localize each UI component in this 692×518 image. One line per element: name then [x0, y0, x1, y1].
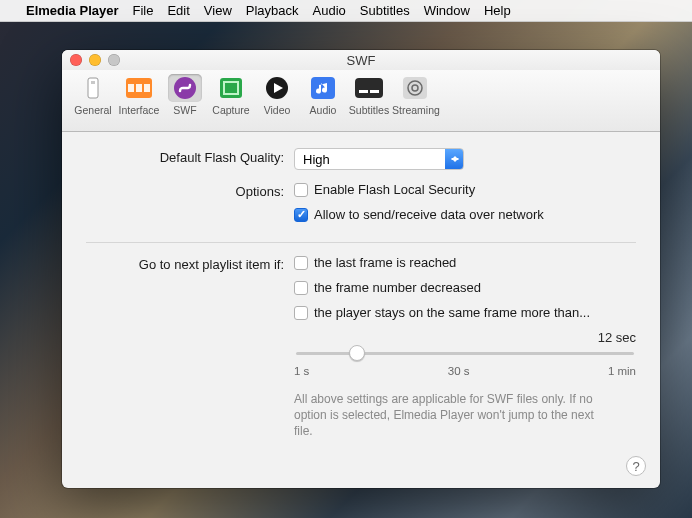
- checkbox-icon: [294, 306, 308, 320]
- tab-label: Streaming: [392, 104, 438, 116]
- tab-capture[interactable]: Capture: [208, 74, 254, 116]
- checkbox-flash-local-security[interactable]: Enable Flash Local Security: [294, 182, 636, 197]
- app-menu[interactable]: Elmedia Player: [26, 3, 119, 18]
- checkbox-icon: [294, 183, 308, 197]
- slider-thumb[interactable]: [349, 345, 365, 361]
- svg-rect-5: [144, 84, 150, 92]
- tab-streaming[interactable]: Streaming: [392, 74, 438, 116]
- tick-label: 30 s: [448, 365, 470, 377]
- tab-label: Capture: [208, 104, 254, 116]
- svg-rect-14: [370, 90, 379, 93]
- zoom-icon[interactable]: [108, 54, 120, 66]
- checkbox-label: Enable Flash Local Security: [314, 182, 475, 197]
- tab-label: Subtitles: [346, 104, 392, 116]
- preferences-content: Default Flash Quality: High Options: Ena…: [62, 132, 660, 488]
- interface-icon: [122, 74, 156, 102]
- minimize-icon[interactable]: [89, 54, 101, 66]
- svg-rect-1: [91, 81, 95, 84]
- checkbox-last-frame[interactable]: the last frame is reached: [294, 255, 636, 270]
- menu-window[interactable]: Window: [424, 3, 470, 18]
- playlist-label: Go to next playlist item if:: [86, 255, 294, 272]
- slider-ticks: 1 s 30 s 1 min: [294, 365, 636, 377]
- preferences-toolbar: General Interface SWF Capture Video: [62, 70, 660, 132]
- menu-help[interactable]: Help: [484, 3, 511, 18]
- checkbox-icon: [294, 208, 308, 222]
- audio-icon: [306, 74, 340, 102]
- swf-icon: [168, 74, 202, 102]
- checkbox-label: the player stays on the same frame more …: [314, 305, 590, 320]
- preferences-window: SWF General Interface SWF Capture: [62, 50, 660, 488]
- window-title: SWF: [62, 53, 660, 68]
- quality-label: Default Flash Quality:: [86, 148, 294, 165]
- tab-label: SWF: [162, 104, 208, 116]
- tab-label: General: [70, 104, 116, 116]
- checkbox-same-frame[interactable]: the player stays on the same frame more …: [294, 305, 636, 320]
- capture-icon: [214, 74, 248, 102]
- streaming-icon: [398, 74, 432, 102]
- tab-label: Audio: [300, 104, 346, 116]
- quality-select[interactable]: High: [294, 148, 464, 170]
- tab-swf[interactable]: SWF: [162, 74, 208, 116]
- tab-video[interactable]: Video: [254, 74, 300, 116]
- tab-general[interactable]: General: [70, 74, 116, 116]
- menu-file[interactable]: File: [133, 3, 154, 18]
- tick-label: 1 s: [294, 365, 309, 377]
- options-label: Options:: [86, 182, 294, 199]
- checkbox-frame-decreased[interactable]: the frame number decreased: [294, 280, 636, 295]
- checkbox-label: the last frame is reached: [314, 255, 456, 270]
- svg-rect-4: [136, 84, 142, 92]
- checkbox-label: the frame number decreased: [314, 280, 481, 295]
- menu-audio[interactable]: Audio: [313, 3, 346, 18]
- svg-rect-11: [311, 77, 335, 99]
- divider: [86, 242, 636, 243]
- checkbox-icon: [294, 256, 308, 270]
- svg-rect-3: [128, 84, 134, 92]
- help-button[interactable]: ?: [626, 456, 646, 476]
- settings-note: All above settings are applicable for SW…: [294, 391, 604, 440]
- menu-playback[interactable]: Playback: [246, 3, 299, 18]
- checkbox-label: Allow to send/receive data over network: [314, 207, 544, 222]
- menu-view[interactable]: View: [204, 3, 232, 18]
- svg-rect-13: [359, 90, 368, 93]
- menu-edit[interactable]: Edit: [167, 3, 189, 18]
- system-menubar: Elmedia Player File Edit View Playback A…: [0, 0, 692, 22]
- video-icon: [260, 74, 294, 102]
- slider-value-label: 12 sec: [294, 330, 636, 345]
- tab-label: Interface: [116, 104, 162, 116]
- frame-delay-slider[interactable]: [296, 345, 634, 361]
- general-icon: [76, 74, 110, 102]
- tab-interface[interactable]: Interface: [116, 74, 162, 116]
- menu-subtitles[interactable]: Subtitles: [360, 3, 410, 18]
- checkbox-network-data[interactable]: Allow to send/receive data over network: [294, 207, 636, 222]
- svg-rect-12: [355, 78, 383, 98]
- slider-rail: [296, 352, 634, 355]
- close-icon[interactable]: [70, 54, 82, 66]
- checkbox-icon: [294, 281, 308, 295]
- tab-subtitles[interactable]: Subtitles: [346, 74, 392, 116]
- tick-label: 1 min: [608, 365, 636, 377]
- tab-label: Video: [254, 104, 300, 116]
- window-titlebar[interactable]: SWF: [62, 50, 660, 70]
- tab-audio[interactable]: Audio: [300, 74, 346, 116]
- subtitles-icon: [352, 74, 386, 102]
